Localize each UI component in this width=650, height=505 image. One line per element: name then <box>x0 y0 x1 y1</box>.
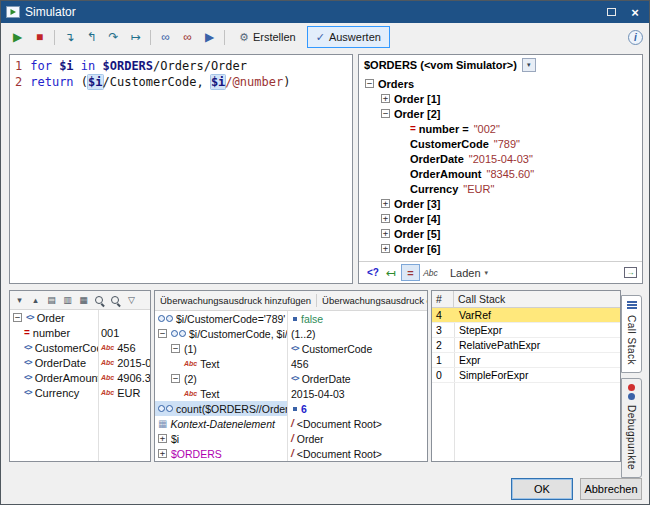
context-value-cell[interactable]: Abc2015-04-03 <box>98 355 150 370</box>
context-value-cell[interactable] <box>98 310 150 325</box>
watch-expression-cell[interactable]: −(1) <box>155 341 287 356</box>
zoom-out-button[interactable] <box>108 293 123 308</box>
expander-plus-icon[interactable]: + <box>158 449 167 458</box>
matrix-view-button[interactable]: ▦ <box>76 293 91 308</box>
watch-row[interactable]: −$i/CustomerCode, $i/OrderDate(1..2) <box>155 326 427 341</box>
cancel-button[interactable]: Abbrechen <box>580 478 642 500</box>
context-row[interactable]: <>CurrencyAbcEUR <box>10 385 150 400</box>
run-to-cursor-button[interactable]: ↦ <box>125 27 146 47</box>
source-tree-node[interactable]: +Order [5] <box>359 226 642 241</box>
info-icon[interactable]: i <box>628 30 643 45</box>
watch-row[interactable]: +$ORDERS/<Document Root> <box>155 446 427 461</box>
context-name-cell[interactable]: <>OrderDate <box>10 355 98 370</box>
watch-value-cell[interactable]: 2015-04-03 <box>287 386 427 401</box>
expander-minus-icon[interactable]: − <box>171 344 180 353</box>
expand-all-button[interactable]: ▴ <box>28 293 43 308</box>
context-name-cell[interactable]: =number <box>10 325 98 340</box>
watch-expression-cell[interactable]: −(2) <box>155 371 287 386</box>
show-values-toggle[interactable]: = <box>401 264 420 281</box>
watch-expression-cell[interactable]: count($ORDERS//Order) <box>155 401 287 416</box>
expander-plus-icon[interactable]: + <box>381 214 390 223</box>
insert-breakpoint-button[interactable]: ∞ <box>155 27 176 47</box>
code-line[interactable]: 1for $i in $ORDERS/Orders/Order <box>15 58 347 74</box>
ok-button[interactable]: OK <box>511 478 573 500</box>
expander-minus-icon[interactable]: − <box>158 329 167 338</box>
xml-prolog-button[interactable]: <? <box>364 264 382 282</box>
watch-row[interactable]: count($ORDERS//Order)6 <box>155 401 427 416</box>
callstack-row[interactable]: 2RelativePathExpr <box>432 338 620 353</box>
table-view-button[interactable]: ▥ <box>60 293 75 308</box>
expander-plus-icon[interactable]: + <box>381 199 390 208</box>
context-value-cell[interactable]: 001 <box>98 325 150 340</box>
context-name-cell[interactable]: <>OrderAmount <box>10 370 98 385</box>
source-tree-node[interactable]: OrderAmount"8345.60" <box>359 166 642 181</box>
watch-value-cell[interactable]: /Order <box>287 431 427 446</box>
expander-minus-icon[interactable]: − <box>381 109 390 118</box>
watch-row[interactable]: +$i/Order <box>155 431 427 446</box>
source-tree-node[interactable]: −Orders <box>359 76 642 91</box>
evaluate-step-button[interactable]: ▶ <box>199 27 220 47</box>
expander-plus-icon[interactable]: + <box>381 244 390 253</box>
show-text-toggle[interactable]: Abc <box>421 264 440 281</box>
laden-button[interactable]: Laden ▾ <box>450 267 488 279</box>
watch-expression-cell[interactable]: +$ORDERS <box>155 446 287 461</box>
tab-call-stack[interactable]: Call Stack <box>621 295 642 373</box>
watch-value-cell[interactable]: <>OrderDate <box>287 371 427 386</box>
context-value-cell[interactable]: Abc4906.38 <box>98 370 150 385</box>
auswerten-button[interactable]: ✓ Auswerten <box>307 26 390 48</box>
watch-expression-cell[interactable]: −$i/CustomerCode, $i/OrderDate <box>155 326 287 341</box>
callstack-row[interactable]: 4VarRef <box>432 308 620 323</box>
watch-value-cell[interactable]: /<Document Root> <box>287 446 427 461</box>
watch-row[interactable]: ▦Kontext-Datenelement/<Document Root> <box>155 416 427 431</box>
source-tree-node[interactable]: +Order [1] <box>359 91 642 106</box>
watch-row[interactable]: −(2)<>OrderDate <box>155 371 427 386</box>
context-row[interactable]: <>CustomerCodeAbc456 <box>10 340 150 355</box>
context-name-cell[interactable]: <>CustomerCode <box>10 340 98 355</box>
watch-expression-cell[interactable]: AbcText <box>155 386 287 401</box>
expander-plus-icon[interactable]: + <box>381 229 390 238</box>
code-line[interactable]: 2return ($i/CustomerCode, $i/@number) <box>15 74 347 90</box>
stop-debugger-button[interactable]: ■ <box>29 27 50 47</box>
zoom-in-button[interactable] <box>92 293 107 308</box>
watch-expression-cell[interactable]: ▦Kontext-Datenelement <box>155 416 287 431</box>
source-tree-node[interactable]: +Order [4] <box>359 211 642 226</box>
context-row[interactable]: −<>Order <box>10 310 150 325</box>
column-header-number[interactable]: # <box>432 291 454 307</box>
add-watch-button[interactable]: Überwachungsausdruck hinzufügen <box>155 291 316 310</box>
watch-value-cell[interactable]: 6 <box>287 401 427 416</box>
step-into-button[interactable]: ↴ <box>59 27 80 47</box>
watch-row[interactable]: AbcText456 <box>155 356 427 371</box>
grid-view-button[interactable]: ▤ <box>44 293 59 308</box>
callstack-row[interactable]: 1Expr <box>432 353 620 368</box>
step-out-button[interactable]: ↰ <box>81 27 102 47</box>
context-name-cell[interactable]: <>Currency <box>10 385 98 400</box>
filter-button[interactable]: ▽ <box>124 293 139 308</box>
code-editor[interactable]: 1for $i in $ORDERS/Orders/Order2return (… <box>9 54 353 284</box>
title-bar[interactable]: Simulator × <box>1 1 649 23</box>
callstack-row[interactable]: 3StepExpr <box>432 323 620 338</box>
source-tree-node[interactable]: CustomerCode"789" <box>359 136 642 151</box>
watch-row[interactable]: $i/CustomerCode='789'false <box>155 311 427 326</box>
context-name-cell[interactable]: −<>Order <box>10 310 98 325</box>
source-selector-dropdown[interactable]: ▾ <box>522 58 536 72</box>
source-tree-node[interactable]: +Order [3] <box>359 196 642 211</box>
source-tree-node[interactable]: =number ="002" <box>359 121 642 136</box>
watch-expression-cell[interactable]: $i/CustomerCode='789' <box>155 311 287 326</box>
watch-value-cell[interactable]: <>CustomerCode <box>287 341 427 356</box>
source-tree-node[interactable]: OrderDate"2015-04-03" <box>359 151 642 166</box>
collapse-all-button[interactable]: ▾ <box>12 293 27 308</box>
column-header-callstack[interactable]: Call Stack <box>454 291 620 307</box>
context-row[interactable]: =number001 <box>10 325 150 340</box>
remove-breakpoint-button[interactable]: ∞ <box>177 27 198 47</box>
source-tree-node[interactable]: −Order [2] <box>359 106 642 121</box>
context-value-cell[interactable]: AbcEUR <box>98 385 150 400</box>
export-icon[interactable] <box>624 267 637 278</box>
watch-expression-cell[interactable]: +$i <box>155 431 287 446</box>
remove-watch-button[interactable]: Überwachungsausdruck entfernen <box>317 291 427 310</box>
watch-value-cell[interactable]: false <box>287 311 427 326</box>
step-over-button[interactable]: ↷ <box>103 27 124 47</box>
expander-minus-icon[interactable]: − <box>171 374 180 383</box>
watch-expression-cell[interactable]: AbcText <box>155 356 287 371</box>
watch-value-cell[interactable]: (1..2) <box>287 326 427 341</box>
watch-value-cell[interactable]: 456 <box>287 356 427 371</box>
